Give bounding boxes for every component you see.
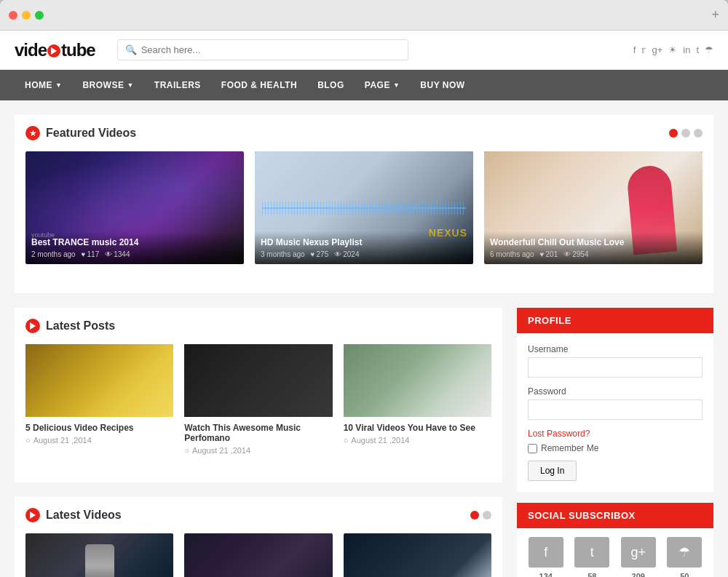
logo-text-2: tube [61,40,95,60]
nav-buy-now[interactable]: BUY NOW [410,70,475,100]
search-input[interactable] [141,44,400,55]
post-info-1: 5 Delicious Video Recipes ○ August 21 ,2… [25,417,173,450]
social-linkedin[interactable]: in [683,44,690,55]
nav-food-health[interactable]: FOOD & HEALTH [211,70,307,100]
home-arrow: ▼ [55,81,62,89]
post-info-3: 10 Viral Videos You Have to See ○ August… [344,417,491,450]
social-camera[interactable]: ☀ [668,44,677,55]
logo-play-icon [47,44,60,57]
social-facebook[interactable]: f [633,44,636,55]
facebook-button[interactable]: f [529,537,563,568]
latest-video-3[interactable] [344,533,491,577]
featured-section-icon: ★ [25,126,40,140]
latest-posts-icon [25,319,40,333]
featured-grid: youtube Best TRANCE music 2014 2 months … [25,151,703,264]
new-tab-button[interactable]: + [711,7,719,23]
gplus-count: 209 [632,572,645,577]
featured-video-2[interactable]: NEXUS HD Music Nexus Playlist 3 months a… [255,151,473,264]
post-title-1: 5 Delicious Video Recipes [25,423,173,433]
remember-me-label: Remember Me [541,443,598,453]
nav-page[interactable]: PAGE ▼ [355,70,411,100]
post-card-2[interactable]: Watch This Awesome Music Perfomano ○ Aug… [184,344,332,461]
latest-video-1[interactable] [25,533,173,577]
video-title-2: HD Music Nexus Playlist [261,237,467,247]
post-card-3[interactable]: 10 Viral Videos You Have to See ○ August… [344,344,491,461]
social-subscribox: SOCIAL SUBSCRIBOX f 134 t 58 g+ [517,503,713,577]
twitter-count: 58 [587,572,596,577]
lost-password-link[interactable]: Lost Password? [528,429,703,439]
video-age-2: 3 months ago [261,250,305,258]
password-group: Password [528,386,703,420]
video-overlay-3: Wonderfull Chill Out Music Love 6 months… [484,231,703,264]
latest-video-2[interactable]: Louis Van Damme [184,533,332,577]
username-label: Username [528,344,703,354]
remember-me-row: Remember Me [528,443,703,453]
video-meta-3: 6 months ago ♥ 201 👁 2954 [490,250,697,258]
latest-posts-header: Latest Posts [25,319,491,333]
password-label: Password [528,386,703,397]
nav-browse[interactable]: BROWSE ▼ [72,70,143,100]
latest-videos-header: Latest Videos [25,508,491,522]
video-likes-1: ♥ 117 [82,250,100,258]
featured-video-3[interactable]: Wonderfull Chill Out Music Love 6 months… [484,151,703,264]
nav-trailers[interactable]: TRAILERS [144,70,211,100]
video-title-1: Best TRANCE music 2014 [31,237,238,247]
post-date-2: ○ August 21 ,2014 [184,446,332,455]
featured-section-header: ★ Featured Videos [25,126,703,140]
post-date-3: ○ August 21 ,2014 [344,436,491,445]
video-views-2: 👁 2024 [334,250,359,258]
browse-arrow: ▼ [127,81,133,89]
username-input[interactable] [528,357,703,378]
video-title-3: Wonderfull Chill Out Music Love [490,237,697,247]
profile-body: Username Password Lost Password? Remembe… [517,333,713,492]
video-views-1: 👁 1344 [105,250,130,258]
video-views-3: 👁 2954 [563,250,588,258]
rss-count: 50 [680,572,689,577]
video-meta-2: 3 months ago ♥ 275 👁 2024 [261,250,467,258]
featured-video-1[interactable]: youtube Best TRANCE music 2014 2 months … [25,151,244,264]
dot-maximize[interactable] [35,11,44,20]
latest-videos-pagination[interactable] [470,511,491,520]
featured-dot-2[interactable] [681,129,690,138]
dot-minimize[interactable] [22,11,31,20]
remember-me-checkbox[interactable] [528,444,537,453]
nav-blog[interactable]: BLOG [307,70,355,100]
search-bar: 🔍 [117,39,408,60]
social-item-rss: ☂ 50 [665,537,705,577]
rss-button[interactable]: ☂ [667,537,702,568]
sidebar: PROFILE Username Password Lost Password? [517,308,713,577]
social-item-gplus: g+ 209 [618,537,659,577]
video-likes-3: ♥ 201 [540,250,558,258]
clock-icon-1: ○ [25,436,31,445]
twitter-button[interactable]: t [574,537,609,568]
clock-icon-3: ○ [344,436,349,445]
password-input[interactable] [528,399,703,420]
username-group: Username [528,344,703,378]
site-logo[interactable]: videtube [15,40,95,60]
browser-chrome: + [0,0,728,31]
post-title-3: 10 Viral Videos You Have to See [344,423,491,433]
video-age-1: 2 months ago [31,250,76,258]
featured-dot-1[interactable] [669,129,678,138]
post-card-1[interactable]: 5 Delicious Video Recipes ○ August 21 ,2… [25,344,173,461]
lv-dot-1[interactable] [470,511,479,520]
social-rss[interactable]: ☂ [705,44,713,55]
page-arrow: ▼ [393,81,400,89]
latest-videos-icon [25,508,40,522]
dot-close[interactable] [9,11,17,20]
lv-dot-2[interactable] [483,511,491,520]
social-twitter[interactable]: 𝕣 [641,44,646,55]
login-button[interactable]: Log In [528,461,577,481]
facebook-count: 134 [539,572,553,577]
gplus-button[interactable]: g+ [621,537,656,568]
post-title-2: Watch This Awesome Music Perfomano [184,423,332,443]
video-overlay-1: Best TRANCE music 2014 2 months ago ♥ 11… [25,231,244,264]
social-tumblr[interactable]: t [696,44,699,55]
featured-pagination[interactable] [669,129,703,138]
social-gplus[interactable]: g+ [652,44,662,55]
social-grid: f 134 t 58 g+ 209 [517,528,713,577]
video-overlay-2: HD Music Nexus Playlist 3 months ago ♥ 2… [255,231,473,264]
featured-dot-3[interactable] [694,129,703,138]
profile-widget: PROFILE Username Password Lost Password? [517,308,713,492]
nav-home[interactable]: HOME ▼ [15,70,72,100]
